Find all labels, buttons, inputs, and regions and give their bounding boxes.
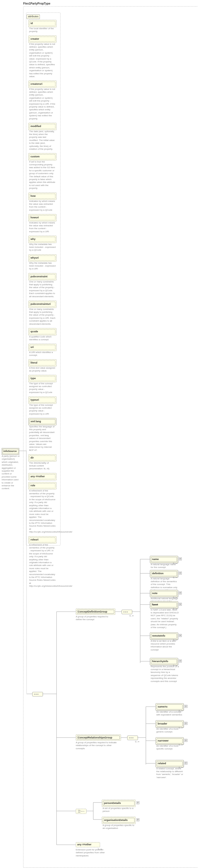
- cardinality: 0..∞: [173, 664, 177, 667]
- attr-creator[interactable]: creatorIf the property value is not defi…: [28, 35, 56, 79]
- attr-label: creator: [29, 37, 55, 42]
- attr-type[interactable]: typeThe type of the concept assigned as …: [28, 375, 56, 395]
- choice-label: personDetails: [103, 801, 134, 806]
- attr-typeuri[interactable]: typeuriThe type of the concept assigned …: [28, 396, 56, 416]
- concept-definition-group[interactable]: ConceptDefinitionGroup: [76, 609, 115, 615]
- expand-icon[interactable]: [179, 659, 182, 662]
- choice-icon: [76, 809, 86, 814]
- child-label: narrower: [157, 738, 183, 744]
- cdg-child-hierarchyinfo[interactable]: hierarchyInfoRepresents the position of …: [150, 658, 178, 684]
- expand-icon[interactable]: [179, 634, 182, 637]
- attr-creatoruri[interactable]: creatoruriIf the property value is not d…: [28, 81, 56, 121]
- cdg-child-remoteinfo[interactable]: remoteInfoA link to an item or a web res…: [150, 632, 178, 652]
- attr-desc: A qualified code which identifies a conc…: [28, 336, 56, 342]
- attr-desc: The type of the concept assigned as cont…: [28, 404, 56, 416]
- child-label: hierarchyInfo: [151, 659, 177, 664]
- sequence-icon: [32, 692, 43, 696]
- root-element-desc: A party (person or organisation) which o…: [2, 455, 21, 490]
- attr-custom[interactable]: customIf set to true the corresponding p…: [28, 153, 56, 191]
- attr-label: custom: [29, 154, 55, 159]
- attr-label: pubconstrainturi: [29, 302, 55, 307]
- attr-id[interactable]: idThe local identifier of the property.: [28, 20, 56, 34]
- root-element[interactable]: infoSource: [2, 448, 19, 455]
- attr-desc: The directionality of textual content (e…: [28, 462, 56, 471]
- any-other-desc: Extension point for provider-defined pro…: [76, 848, 107, 857]
- attr-modified[interactable]: modifiedThe date (and, optionally, the t…: [28, 123, 56, 151]
- cdg-label: ConceptDefinitionGroup: [78, 610, 108, 614]
- attr-pubconstrainturi[interactable]: pubconstrainturiOne or many constraints …: [28, 301, 56, 327]
- concept-relationships-group[interactable]: ConceptRelationshipsGroup: [76, 735, 121, 741]
- attr-label: id: [29, 21, 55, 26]
- choice-organisationdetails[interactable]: organisationDetailsA group of properties…: [102, 817, 136, 831]
- attr-label: uri: [29, 345, 55, 350]
- attr-xml-lang[interactable]: xml:langSpecifies the language of this p…: [28, 418, 56, 453]
- attr-label: typeuri: [29, 398, 55, 403]
- attr-qcode[interactable]: qcodeA qualified code which identifies a…: [28, 328, 56, 342]
- attr-label: roleuri: [29, 537, 55, 542]
- root-element-label: infoSource: [3, 449, 18, 454]
- choice-desc: A set of properties specific to a person: [102, 807, 137, 814]
- attr-desc: The date (and, optionally, the time) whe…: [28, 130, 56, 152]
- attr-label: literal: [29, 361, 55, 366]
- expand-icon[interactable]: [179, 603, 182, 606]
- child-label: broader: [157, 721, 183, 726]
- expand-icon[interactable]: [185, 722, 188, 725]
- attr-role[interactable]: roleA refinement of the semantics of the…: [28, 482, 56, 534]
- attr-desc: Indicates by which means the value was e…: [28, 221, 56, 234]
- attr-why[interactable]: whyWhy the metadata has been included - …: [28, 236, 56, 253]
- child-label: sameAs: [157, 704, 183, 710]
- child-label: related: [157, 761, 183, 766]
- attr-label: xml:lang: [29, 419, 55, 424]
- svg-marker-12: [79, 810, 81, 812]
- attr-how[interactable]: howIndicates by which means the value wa…: [28, 192, 56, 212]
- attr-label: why: [29, 237, 55, 242]
- cardinality: 0..∞: [173, 639, 177, 642]
- cdg-child-facet[interactable]: facetIn NAR 1.8 and later, facet is depr…: [150, 601, 178, 630]
- attr-dir[interactable]: dirThe directionality of textual content…: [28, 454, 56, 471]
- expand-icon[interactable]: [185, 739, 188, 742]
- attr-literal[interactable]: literalA free-text value assigned as pro…: [28, 359, 56, 373]
- attr-desc: The local identifier of the property.: [28, 27, 56, 34]
- choice-persondetails[interactable]: personDetailsA set of properties specifi…: [102, 800, 136, 813]
- crg-child-related[interactable]: relatedA related concept, where the rela…: [155, 760, 184, 780]
- cardinality: 0..∞: [178, 710, 183, 712]
- attr-desc: One or many constraints that apply to pu…: [28, 308, 56, 327]
- expand-icon[interactable]: [136, 801, 140, 804]
- attr-roleuri[interactable]: roleuriA refinement of the semantics of …: [28, 536, 56, 589]
- expand-icon[interactable]: [185, 705, 188, 708]
- expand-icon[interactable]: [136, 818, 140, 821]
- attr-label: whyuri: [29, 255, 55, 260]
- attr-desc: A refinement of the semantics of the pro…: [28, 490, 56, 534]
- cardinality: 0..∞: [129, 615, 134, 617]
- attr-howuri[interactable]: howuriIndicates by which means the value…: [28, 214, 56, 234]
- expand-icon[interactable]: [179, 591, 182, 594]
- attr-whyuri[interactable]: whyuriWhy the metadata has been included…: [28, 254, 56, 271]
- attr-pubconstraint[interactable]: pubconstraintOne or many constraints tha…: [28, 273, 56, 299]
- child-label: remoteInfo: [151, 633, 177, 639]
- attr-label: qcode: [29, 329, 55, 334]
- attr-uri[interactable]: uriA URI which identifies a concept.: [28, 344, 56, 358]
- type-title: Flex1PartyPropType: [23, 2, 50, 5]
- attr-label: how: [29, 194, 55, 199]
- cardinality: 0..∞: [178, 726, 183, 729]
- attr-any-other[interactable]: any ##other: [28, 473, 56, 480]
- any-other-element[interactable]: any ##other: [76, 842, 100, 847]
- attr-desc: A URI which identifies a concept.: [28, 351, 56, 358]
- attr-desc: Why the metadata has been included - exp…: [28, 262, 56, 271]
- cardinality: 0..∞: [178, 744, 183, 746]
- attr-desc: A refinement of the semantics of the pro…: [28, 544, 56, 589]
- attr-label: role: [29, 483, 55, 488]
- expand-icon[interactable]: [185, 762, 188, 765]
- attr-desc: Specifies the language of this property …: [28, 425, 56, 453]
- attr-desc: The type of the concept assigned as cont…: [28, 382, 56, 395]
- attr-desc: Why the metadata has been included - exp…: [28, 243, 56, 253]
- child-label: definition: [151, 571, 177, 576]
- cardinality: 0..∞: [173, 596, 177, 599]
- cdg-desc: A group of properties required to define…: [76, 615, 114, 621]
- cardinality: 0..∞: [173, 562, 177, 565]
- sequence-icon: [122, 610, 132, 614]
- attr-label: type: [29, 376, 55, 381]
- expand-icon[interactable]: [179, 572, 182, 575]
- attr-desc: If the property value is not defined, sp…: [28, 43, 56, 79]
- expand-icon[interactable]: [179, 557, 182, 560]
